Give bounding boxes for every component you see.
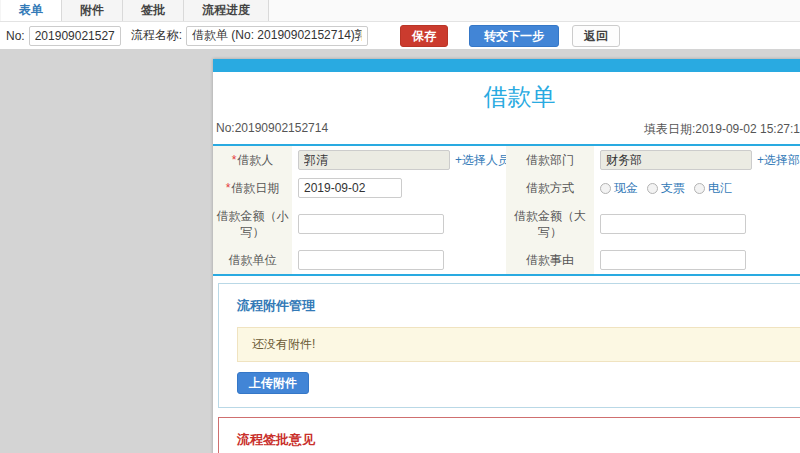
loan-reason-input[interactable] (600, 250, 746, 270)
no-label: No: (6, 29, 25, 43)
command-bar: No: 流程名称: 保存 转交下一步 返回 (0, 22, 800, 49)
loan-form-panel: 借款单 No:20190902152714 填表日期:2019-09-02 15… (213, 59, 800, 453)
radio-cash-label[interactable]: 现金 (614, 180, 638, 197)
select-person-link[interactable]: +选择人员 (455, 152, 510, 169)
tab-approval[interactable]: 签批 (123, 0, 184, 21)
borrower-field: +选择人员 (292, 146, 506, 174)
required-mark: * (232, 152, 237, 168)
select-department-link[interactable]: +选择部门 (757, 152, 800, 169)
loan-date-label: * 借款日期 (213, 174, 292, 202)
loan-method-label: 借款方式 (506, 174, 594, 202)
department-label: 借款部门 (506, 146, 594, 174)
attachment-heading: 流程附件管理 (237, 297, 800, 315)
form-no-text: No:20190902152714 (216, 121, 328, 138)
loan-unit-label: 借款单位 (213, 246, 292, 274)
loan-unit-field (292, 246, 506, 274)
form-meta-row: No:20190902152714 填表日期:2019-09-02 15:27:… (213, 119, 800, 144)
no-attachment-alert: 还没有附件! (237, 327, 800, 362)
loan-reason-label: 借款事由 (506, 246, 594, 274)
radio-cash[interactable] (600, 183, 611, 194)
borrower-input[interactable] (298, 150, 450, 170)
attachment-section: 流程附件管理 还没有附件! 上传附件 (218, 283, 800, 408)
loan-form-grid: * 借款人 +选择人员 借款部门 +选择部门 * 借款日期 (213, 146, 800, 274)
loan-unit-input[interactable] (298, 250, 444, 270)
panel-header-bar (213, 59, 800, 72)
radio-cheque-label[interactable]: 支票 (661, 180, 685, 197)
required-mark: * (226, 180, 231, 196)
main-area: 借款单 No:20190902152714 填表日期:2019-09-02 15… (0, 49, 800, 453)
tab-attachment[interactable]: 附件 (62, 0, 123, 21)
no-input[interactable] (29, 26, 121, 46)
form-title: 借款单 (213, 72, 800, 119)
amount-uppercase-label: 借款金额（大写） (506, 202, 594, 246)
process-name-input[interactable] (186, 26, 368, 46)
amount-lowercase-input[interactable] (298, 214, 444, 234)
tab-process-progress[interactable]: 流程进度 (184, 0, 269, 21)
approval-heading: 流程签批意见 (237, 431, 800, 449)
loan-date-input[interactable] (298, 178, 402, 198)
form-date-text: 填表日期:2019-09-02 15:27:1 (644, 121, 800, 138)
borrower-label: * 借款人 (213, 146, 292, 174)
department-input[interactable] (600, 150, 752, 170)
radio-wire[interactable] (694, 183, 705, 194)
tab-bar: 表单 附件 签批 流程进度 (0, 0, 800, 22)
tabbar-filler (269, 0, 800, 21)
amount-uppercase-field (594, 202, 800, 246)
save-button[interactable]: 保存 (400, 25, 448, 47)
back-button[interactable]: 返回 (572, 25, 620, 47)
radio-cheque[interactable] (647, 183, 658, 194)
forward-next-step-button[interactable]: 转交下一步 (469, 25, 559, 47)
upload-attachment-button[interactable]: 上传附件 (237, 372, 309, 394)
loan-reason-field (594, 246, 800, 274)
department-field: +选择部门 (594, 146, 800, 174)
loan-date-field (292, 174, 506, 202)
divider-bottom (213, 274, 800, 276)
amount-lowercase-field (292, 202, 506, 246)
tab-form[interactable]: 表单 (0, 0, 62, 21)
approval-opinion-section: 流程签批意见 B I abc ✎ (218, 417, 800, 453)
amount-uppercase-input[interactable] (600, 214, 746, 234)
process-name-label: 流程名称: (131, 27, 182, 44)
amount-lowercase-label: 借款金额（小写） (213, 202, 292, 246)
radio-wire-label[interactable]: 电汇 (708, 180, 732, 197)
loan-method-field: 现金 支票 电汇 (594, 174, 800, 202)
